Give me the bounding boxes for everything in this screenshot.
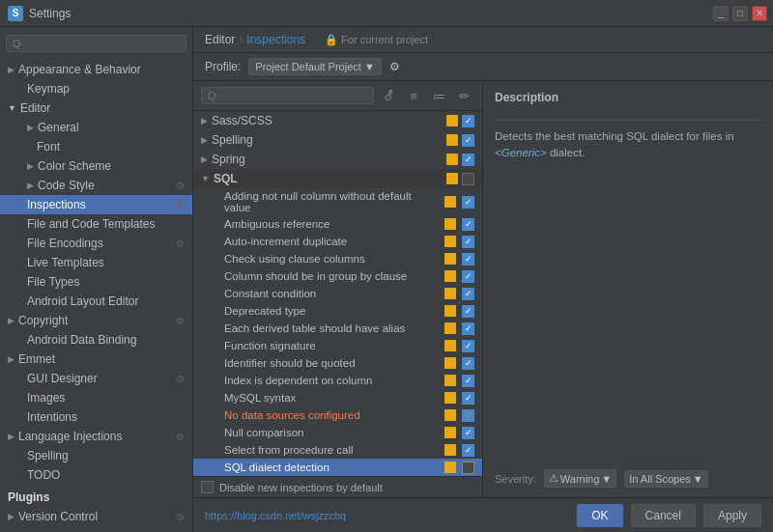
- sidebar-item-label: Color Scheme: [38, 159, 111, 173]
- scope-value: In All Scopes: [629, 473, 691, 485]
- description-text-before: Detects the best matching SQL dialect fo…: [495, 130, 734, 142]
- item-checkbox[interactable]: ✓: [462, 196, 474, 209]
- inspection-item-no-data-sources[interactable]: No data sources configured ✓: [193, 406, 482, 424]
- item-checkbox[interactable]: ✓: [462, 427, 474, 439]
- item-checkbox[interactable]: ✓: [462, 288, 474, 300]
- sidebar-item-language-injections[interactable]: ▶ Language Injections ⚙: [0, 427, 192, 446]
- group-checkbox[interactable]: ✓: [462, 134, 474, 147]
- sidebar-item-font[interactable]: Font: [0, 137, 192, 156]
- apply-button[interactable]: Apply: [703, 504, 761, 527]
- severity-dropdown[interactable]: ⚠ Warning ▼: [544, 469, 616, 488]
- sidebar-item-copyright[interactable]: ▶ Copyright ⚙: [0, 311, 192, 330]
- item-checkbox[interactable]: ✓: [462, 375, 474, 387]
- sidebar-item-android-data-binding[interactable]: Android Data Binding: [0, 330, 192, 350]
- inspection-item-select-procedure[interactable]: Select from procedure call ✓: [193, 441, 482, 459]
- sidebar-item-spelling[interactable]: Spelling: [0, 446, 192, 465]
- sidebar-search-input[interactable]: [6, 35, 186, 52]
- inspection-item-constant[interactable]: Constant condition ✓: [193, 285, 482, 302]
- inspection-item-func-sig[interactable]: Function signature ✓: [193, 337, 482, 354]
- inspection-item-ambiguous[interactable]: Ambiguous reference ✓: [193, 215, 482, 233]
- arrow-icon: ▶: [8, 316, 14, 325]
- sidebar-item-general[interactable]: ▶ General: [0, 118, 192, 137]
- severity-dot: [444, 409, 456, 421]
- sidebar-item-label: Copyright: [18, 314, 68, 327]
- sidebar-item-inspections[interactable]: Inspections ⚙: [0, 195, 192, 214]
- item-checkbox[interactable]: ✓: [462, 305, 474, 318]
- sidebar-item-code-style[interactable]: ▶ Code Style ⚙: [0, 176, 192, 195]
- sidebar-item-android-layout[interactable]: Android Layout Editor: [0, 292, 192, 311]
- help-link[interactable]: https://blog.csdn.net/wsjzzcbq: [205, 510, 346, 521]
- expand-arrow-icon: ▶: [201, 154, 208, 164]
- scope-dropdown[interactable]: In All Scopes ▼: [624, 470, 707, 488]
- sidebar-item-plugins[interactable]: Plugins: [0, 485, 192, 507]
- sidebar-item-file-encodings[interactable]: File Encodings ⚙: [0, 234, 192, 253]
- sidebar-item-color-scheme[interactable]: ▶ Color Scheme: [0, 156, 192, 176]
- sidebar-item-gui-designer[interactable]: GUI Designer ⚙: [0, 369, 192, 388]
- sidebar-item-label: Emmet: [18, 352, 55, 366]
- item-checkbox[interactable]: ✓: [462, 253, 474, 266]
- sidebar-item-intentions[interactable]: Intentions: [0, 407, 192, 427]
- inspection-item-null-comparison[interactable]: Null comparison ✓: [193, 424, 482, 441]
- description-title: Description: [495, 91, 761, 104]
- inspection-item-auto-increment[interactable]: Auto-increment duplicate ✓: [193, 233, 482, 250]
- item-checkbox[interactable]: ✓: [462, 340, 474, 352]
- edit-button[interactable]: ✏: [453, 85, 474, 106]
- sidebar-item-editor[interactable]: ▼ Editor: [0, 98, 192, 118]
- settings-icon: ⚙: [176, 432, 185, 442]
- sidebar-item-emmet[interactable]: ▶ Emmet: [0, 350, 192, 369]
- inspection-item-sql-dialect[interactable]: SQL dialect detection: [193, 459, 482, 476]
- disable-new-checkbox[interactable]: [201, 481, 214, 493]
- ok-button[interactable]: OK: [577, 504, 622, 527]
- group-spelling[interactable]: ▶ Spelling ✓: [193, 130, 482, 150]
- inspection-item-derived-alias[interactable]: Each derived table should have alias ✓: [193, 320, 482, 337]
- item-checkbox[interactable]: ✓: [462, 392, 474, 405]
- sidebar-item-file-types[interactable]: File Types: [0, 272, 192, 292]
- item-checkbox[interactable]: ✓: [462, 236, 474, 248]
- sidebar-item-label: Android Layout Editor: [27, 294, 138, 308]
- item-checkbox[interactable]: ✓: [462, 322, 474, 335]
- sidebar-item-images[interactable]: Images: [0, 388, 192, 407]
- severity-dot: [444, 270, 456, 282]
- inspection-item-deprecated[interactable]: Deprecated type ✓: [193, 302, 482, 320]
- expand-all-button[interactable]: ≔: [428, 85, 449, 106]
- expand-arrow-icon: ▶: [201, 116, 208, 126]
- group-spring[interactable]: ▶ Spring ✓: [193, 150, 482, 169]
- minimize-button[interactable]: _: [713, 6, 729, 21]
- inspection-item-index[interactable]: Index is dependent on column ✓: [193, 372, 482, 389]
- list-search-input[interactable]: [201, 87, 374, 104]
- item-checkbox[interactable]: ✓: [462, 218, 474, 231]
- sidebar-item-label: Android Data Binding: [27, 333, 136, 347]
- group-sql[interactable]: ▼ SQL: [193, 169, 482, 188]
- group-checkbox[interactable]: [462, 173, 474, 185]
- group-checkbox[interactable]: ✓: [462, 115, 474, 127]
- sidebar-item-todo[interactable]: TODO: [0, 465, 192, 485]
- sidebar-item-label: Images: [27, 391, 65, 405]
- maximize-button[interactable]: □: [732, 6, 748, 21]
- group-sass-scss[interactable]: ▶ Sass/SCSS ✓: [193, 111, 482, 130]
- item-checkbox[interactable]: ✓: [462, 409, 474, 422]
- collapse-all-button[interactable]: ≡: [403, 85, 424, 106]
- for-current-project[interactable]: 🔒 For current project: [325, 34, 428, 46]
- sidebar-item-version-control[interactable]: ▶ Version Control ⚙: [0, 507, 192, 526]
- inspection-item-mysql[interactable]: MySQL syntax ✓: [193, 389, 482, 406]
- inspection-item-check-clause[interactable]: Check using clause columns ✓: [193, 250, 482, 267]
- sidebar-item-file-code-templates[interactable]: File and Code Templates: [0, 214, 192, 234]
- sidebar-item-appearance[interactable]: ▶ Appearance & Behavior: [0, 60, 192, 79]
- profile-gear-button[interactable]: ⚙: [389, 60, 400, 73]
- inspection-item-col-group[interactable]: Column should be in group by clause ✓: [193, 267, 482, 285]
- inspection-item-adding-null[interactable]: Adding not null column without default v…: [193, 188, 482, 215]
- item-checkbox[interactable]: [462, 462, 474, 474]
- profile-select[interactable]: Project Default Project ▼: [248, 58, 381, 75]
- item-checkbox[interactable]: ✓: [462, 444, 474, 457]
- group-checkbox[interactable]: ✓: [462, 154, 474, 166]
- sidebar-item-label: Spelling: [27, 449, 69, 462]
- item-checkbox[interactable]: ✓: [462, 357, 474, 370]
- sidebar-item-live-templates[interactable]: Live Templates: [0, 253, 192, 272]
- inspection-item-identifier[interactable]: Identifier should be quoted ✓: [193, 354, 482, 372]
- item-checkbox[interactable]: ✓: [462, 270, 474, 283]
- filter-button[interactable]: ⚦: [378, 85, 399, 106]
- arrow-icon: ▶: [8, 354, 14, 364]
- sidebar-item-keymap[interactable]: Keymap: [0, 79, 192, 98]
- cancel-button[interactable]: Cancel: [631, 504, 696, 527]
- close-button[interactable]: ✕: [752, 6, 767, 21]
